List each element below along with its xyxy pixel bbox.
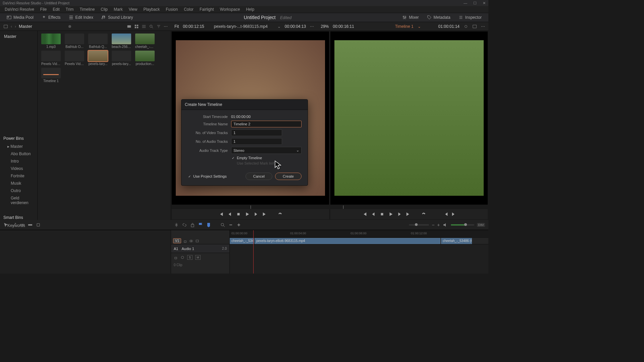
minimize-icon[interactable]: — <box>464 1 467 5</box>
audio-type-select[interactable]: Stereo ⌄ <box>231 147 302 154</box>
timeline-name-input[interactable] <box>231 121 302 127</box>
stop-icon[interactable] <box>380 212 384 217</box>
sidebar-item-master[interactable]: Master <box>0 33 37 40</box>
dim-button[interactable]: DIM <box>477 223 485 227</box>
razor-icon[interactable] <box>174 222 179 228</box>
toolbar-sound-library[interactable]: Sound Library <box>97 15 137 20</box>
source-clip-name[interactable]: pexels-taryn-...t-9683115.mp4 <box>208 24 273 29</box>
lock-icon[interactable] <box>174 255 178 259</box>
zoom-minus-icon[interactable]: − <box>432 222 434 228</box>
toolbar-mixer[interactable]: Mixer <box>398 15 423 20</box>
go-start-icon[interactable] <box>443 212 448 217</box>
timeline-name-dropdown[interactable]: Timeline 1 <box>395 24 414 29</box>
mute-button[interactable]: M <box>195 255 201 260</box>
blade-tool-icon[interactable] <box>11 222 17 228</box>
close-icon[interactable]: ✕ <box>483 1 486 5</box>
audio-track-lane[interactable] <box>230 244 488 262</box>
link-icon[interactable] <box>182 222 187 228</box>
zoom-plus-icon[interactable]: + <box>437 222 440 228</box>
frame-icon[interactable] <box>195 239 199 243</box>
step-fwd-icon[interactable] <box>397 212 402 217</box>
menu-item[interactable]: Timeline <box>77 6 97 12</box>
menu-item[interactable]: Help <box>243 6 257 12</box>
menu-item[interactable]: Clip <box>98 6 110 12</box>
create-button[interactable]: Create <box>275 173 302 180</box>
zoom-slider[interactable] <box>409 224 429 226</box>
menu-item[interactable]: View <box>126 6 140 12</box>
marker-icon[interactable] <box>206 222 211 228</box>
zoom-level[interactable]: 29% <box>321 24 329 29</box>
selection-tool-icon[interactable] <box>3 222 9 228</box>
replace-icon[interactable] <box>36 222 41 228</box>
next-clip-icon[interactable] <box>406 212 411 217</box>
menu-item[interactable]: Playback <box>141 6 162 12</box>
media-clip[interactable]: cheetah_-_... <box>134 34 156 49</box>
source-scrubber[interactable] <box>172 204 329 209</box>
timeline-ruler[interactable]: 01:00:00:00 01:00:04:00 01:00:08:00 01:0… <box>230 230 488 238</box>
sidebar-item[interactable]: Geld verdienen <box>0 194 37 206</box>
insert-icon[interactable] <box>19 222 25 228</box>
menu-item[interactable]: File <box>38 6 49 12</box>
maximize-icon[interactable]: ☐ <box>473 1 477 5</box>
sidebar-item[interactable]: Videos <box>0 165 37 172</box>
step-back-icon[interactable] <box>371 212 376 217</box>
media-clip[interactable]: 1.mp3 <box>40 34 62 49</box>
sort-icon[interactable] <box>156 24 161 29</box>
media-clip[interactable]: pexels-tary... <box>111 51 132 66</box>
empty-timeline-checkbox[interactable]: ✓Empty Timeline <box>187 156 302 160</box>
cancel-button[interactable]: Cancel <box>246 173 272 180</box>
sync-icon[interactable] <box>464 24 468 29</box>
timeline-clip[interactable]: cheetah_-_5348... <box>230 238 254 244</box>
menu-item[interactable]: Workspace <box>217 6 243 12</box>
audio-tracks-input[interactable] <box>231 138 282 145</box>
media-clip[interactable]: pexels-tary... <box>87 51 109 66</box>
sidebar-item[interactable]: Musik <box>0 180 37 187</box>
loop-icon[interactable] <box>421 212 426 217</box>
media-clip[interactable]: Pexels Vide... <box>64 51 85 66</box>
more-icon[interactable]: ⋯ <box>310 24 314 29</box>
media-clip[interactable]: Pexels Vide... <box>40 51 62 66</box>
video-track-header[interactable]: V1 <box>171 238 229 244</box>
go-end-icon[interactable] <box>451 212 456 217</box>
media-clip[interactable]: Bathtub O... <box>64 34 85 49</box>
flag-icon[interactable] <box>198 222 203 228</box>
menu-item[interactable]: DaVinci Resolve <box>2 6 37 12</box>
start-timecode-value[interactable]: 01:00:00:00 <box>231 115 251 119</box>
audio-track-header[interactable]: A1 Audio 1 2.0 <box>171 244 229 253</box>
list-view-icon[interactable] <box>142 24 146 29</box>
thumbnail-view-icon[interactable] <box>127 24 131 29</box>
timeline-clip[interactable]: pexels-taryn-elliott-9683115.mp4 <box>255 238 440 244</box>
chevron-down-icon[interactable]: ⌄ <box>277 24 281 29</box>
video-track[interactable]: cheetah_-_5348... pexels-taryn-elliott-9… <box>230 238 488 244</box>
next-clip-icon[interactable] <box>262 212 267 217</box>
lock-icon[interactable] <box>190 222 195 228</box>
media-clip[interactable]: production... <box>134 51 156 66</box>
bin-breadcrumb[interactable]: Master <box>19 24 32 29</box>
program-scrubber[interactable] <box>330 204 488 209</box>
fit-dropdown[interactable]: Fit <box>174 24 179 29</box>
prev-clip-icon[interactable] <box>219 212 223 217</box>
media-clip[interactable]: Timeline 1 <box>40 68 62 83</box>
eye-icon[interactable] <box>189 239 193 243</box>
toolbar-media-pool[interactable]: Media Pool <box>3 15 38 20</box>
menu-item[interactable]: Color <box>181 6 196 12</box>
stop-icon[interactable] <box>236 212 241 217</box>
menu-item[interactable]: Fairlight <box>197 6 217 12</box>
step-back-icon[interactable] <box>227 212 232 217</box>
chevron-down-icon[interactable]: ⌄ <box>418 24 421 29</box>
sidebar-item[interactable]: Outro <box>0 187 37 194</box>
play-icon[interactable] <box>245 212 250 217</box>
menu-item[interactable]: Edit <box>50 6 62 12</box>
more-icon[interactable]: ⋯ <box>164 24 168 29</box>
zoom-out-icon[interactable] <box>228 222 233 228</box>
step-fwd-icon[interactable] <box>254 212 258 217</box>
toolbar-edit-index[interactable]: Edit Index <box>65 15 97 20</box>
sidebar-item[interactable]: Intro <box>0 158 37 165</box>
volume-slider[interactable] <box>451 224 474 226</box>
enable-icon[interactable] <box>180 255 184 259</box>
playhead[interactable] <box>253 230 254 274</box>
overwrite-icon[interactable] <box>28 222 33 228</box>
sidebar-item[interactable]: Fortnite <box>0 172 37 180</box>
lock-icon[interactable] <box>183 239 187 243</box>
layout-icon[interactable] <box>472 24 477 29</box>
